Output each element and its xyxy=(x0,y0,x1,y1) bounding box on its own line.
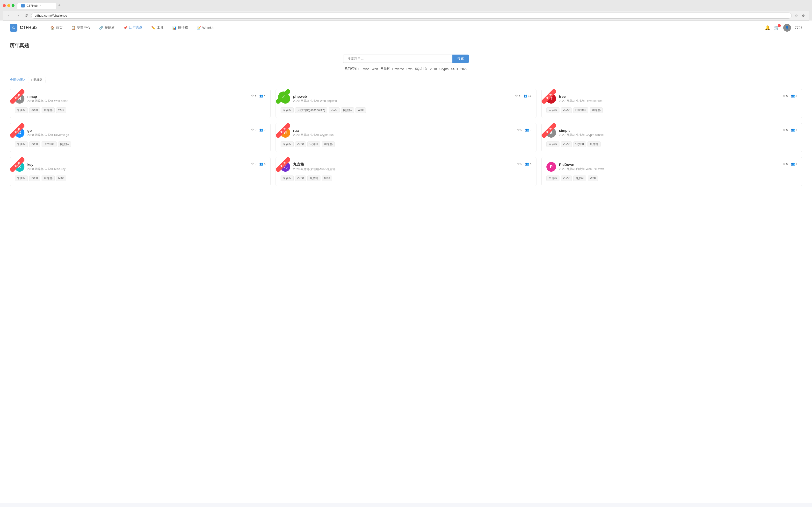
nav-item-skill[interactable]: 🔗 技能树 xyxy=(95,23,119,32)
tag-2020[interactable]: 2020 xyxy=(29,107,40,113)
tag-misc[interactable]: Misc xyxy=(363,67,369,71)
nav-item-tools[interactable]: ✏️ 工具 xyxy=(147,23,167,32)
card-phpweb[interactable]: 新上线 ✓ P phpweb 2020-网鼎杯-朱雀组-Web-phpweb ☆… xyxy=(275,89,537,118)
back-button[interactable]: ← xyxy=(6,12,12,19)
tag-sqli[interactable]: SQL注入 xyxy=(415,67,427,71)
card-jiugongge[interactable]: 新上线 九 九宫格 2020-网鼎杯-朱雀组-Misc-九宫格 ☆ 0 👥 5 xyxy=(275,157,537,186)
tag-crypto-5[interactable]: Crypto xyxy=(307,142,320,147)
tag-web2[interactable]: Web xyxy=(56,107,66,113)
card-subtitle-3: 2020-网鼎杯-朱雀组-Reverse-tree xyxy=(559,99,603,103)
minimize-button[interactable] xyxy=(7,4,10,7)
cart-button[interactable]: 🛒 1 xyxy=(774,25,779,31)
tag-2018[interactable]: 2018 xyxy=(430,67,437,71)
tag-2020-9[interactable]: 2020 xyxy=(561,175,572,181)
nav-item-contest[interactable]: 📋 赛事中心 xyxy=(67,23,94,32)
tag-wangding-6[interactable]: 网鼎杯 xyxy=(588,142,601,147)
nav-item-writeup[interactable]: 📝 WriteUp xyxy=(193,23,218,32)
nav-item-challenges[interactable]: 📌 历年真题 xyxy=(120,23,146,32)
nav-item-ranking[interactable]: 📊 排行榜 xyxy=(168,23,192,32)
nav-label-ranking: 排行榜 xyxy=(178,25,188,30)
add-tag-button[interactable]: + 新标签 xyxy=(28,77,45,83)
stars-3: ☆ 0 xyxy=(783,94,788,98)
close-button[interactable] xyxy=(3,4,6,7)
tag-2020-3[interactable]: 2020 xyxy=(561,107,572,113)
tag-wangding-4[interactable]: 网鼎杯 xyxy=(58,142,71,147)
tag-wangding-5[interactable]: 网鼎杯 xyxy=(322,142,335,147)
address-bar[interactable]: ctfhub.com/#/challenge xyxy=(31,12,792,18)
card-left-9: P PicDown 2020-网鼎杯-白虎组-Web-PicDown xyxy=(546,162,604,172)
bookmark-button[interactable]: ☆ xyxy=(794,13,799,18)
tag-web-2[interactable]: Web xyxy=(355,107,366,113)
card-header-4: G go 2020-网鼎杯-朱雀组-Reverse-go ☆ 0 👥 2 xyxy=(15,128,266,137)
search-input[interactable] xyxy=(343,55,452,63)
tag-crypto-6[interactable]: Crypto xyxy=(573,142,586,147)
tag-wangding-2[interactable]: 网鼎杯 xyxy=(341,107,354,113)
tag-zhaque[interactable]: 朱雀组 xyxy=(15,107,28,113)
card-avatar-9: P xyxy=(546,162,556,172)
all-results-link[interactable]: 全部结果> xyxy=(10,78,25,82)
user-avatar[interactable]: 👤 xyxy=(783,24,791,32)
tag-zhaque-2[interactable]: 朱雀组 xyxy=(281,107,294,113)
tag-zhaque-8[interactable]: 朱雀组 xyxy=(281,175,294,181)
tag-misc-8[interactable]: Misc xyxy=(322,175,332,181)
logo[interactable]: C CTFHub xyxy=(10,24,37,32)
card-simple[interactable]: 新上线 S simple 2020-网鼎杯-朱雀组-Crypto-simple … xyxy=(541,123,802,152)
tag-2020-7[interactable]: 2020 xyxy=(29,175,40,181)
tag-reverse-3[interactable]: Reverse xyxy=(573,107,589,113)
tag-pwn[interactable]: Pwn xyxy=(406,67,412,71)
forward-button[interactable]: → xyxy=(14,12,21,19)
tag-zhaque-3[interactable]: 朱雀组 xyxy=(546,107,559,113)
tag-2020-4[interactable]: 2020 xyxy=(29,142,40,147)
new-tab-button[interactable]: + xyxy=(56,2,63,9)
card-title-2: phpweb xyxy=(293,95,337,99)
tag-ssti[interactable]: SSTI xyxy=(451,67,458,71)
tag-reverse[interactable]: Reverse xyxy=(392,67,404,71)
tag-wangding-7[interactable]: 网鼎杯 xyxy=(42,175,55,181)
card-info-9: PicDown 2020-网鼎杯-白虎组-Web-PicDown xyxy=(559,163,604,171)
extensions-button[interactable]: ⚙ xyxy=(801,13,806,18)
users-4: 👥 2 xyxy=(259,128,266,131)
reload-button[interactable]: ↺ xyxy=(23,12,29,19)
contest-icon: 📋 xyxy=(71,26,75,30)
tag-web[interactable]: Web xyxy=(372,67,378,71)
stars-9: ☆ 0 xyxy=(783,162,788,166)
tag-wangding2[interactable]: 网鼎杯 xyxy=(42,107,55,113)
tag-2020-8[interactable]: 2020 xyxy=(295,175,306,181)
card-subtitle-8: 2020-网鼎杯-朱雀组-Misc-九宫格 xyxy=(293,167,336,171)
tag-misc-7[interactable]: Misc xyxy=(56,175,66,181)
tab-close-button[interactable]: ✕ xyxy=(39,4,42,7)
search-button[interactable]: 搜索 xyxy=(452,55,469,63)
tag-zhaque-7[interactable]: 朱雀组 xyxy=(15,175,28,181)
tag-2022[interactable]: 2022 xyxy=(460,67,467,71)
bell-button[interactable]: 🔔 xyxy=(765,25,770,31)
tag-2020-5[interactable]: 2020 xyxy=(295,142,306,147)
maximize-button[interactable] xyxy=(12,4,14,7)
ribbon-text-4: 新上线 xyxy=(10,123,24,137)
tag-crypto[interactable]: Crypto xyxy=(439,67,449,71)
tag-web-9[interactable]: Web xyxy=(588,175,598,181)
tag-wangding[interactable]: 网鼎杯 xyxy=(380,67,390,71)
card-stats-4: ☆ 0 👥 2 xyxy=(251,128,266,131)
card-nmap[interactable]: 新上线 N nmap 2020-网鼎杯-朱雀组-Web-nmap ☆ 6 👥 4 xyxy=(10,89,271,118)
tag-zhaque-4[interactable]: 朱雀组 xyxy=(15,142,28,147)
card-go[interactable]: 新上线 G go 2020-网鼎杯-朱雀组-Reverse-go ☆ 0 👥 2 xyxy=(10,123,271,152)
browser-tab[interactable]: CTFHub ✕ xyxy=(17,3,56,9)
card-key[interactable]: 新上线 K key 2020-网鼎杯-朱雀组-Misc-key ☆ 0 👥 5 xyxy=(10,157,271,186)
tag-2020-2[interactable]: 2020 xyxy=(329,107,340,113)
tag-zhaque-5[interactable]: 朱雀组 xyxy=(281,142,294,147)
tag-unserialize[interactable]: 反序列化(Unserialize) xyxy=(295,107,327,113)
tag-wangding-3[interactable]: 网鼎杯 xyxy=(590,107,603,113)
nav-item-home[interactable]: 🏠 首页 xyxy=(46,23,66,32)
card-subtitle-6: 2020-网鼎杯-朱雀组-Crypto-simple xyxy=(559,133,604,137)
card-picdown[interactable]: P PicDown 2020-网鼎杯-白虎组-Web-PicDown ☆ 0 👥… xyxy=(541,157,802,186)
tag-zhaque-6[interactable]: 朱雀组 xyxy=(546,142,559,147)
tag-wangding-9[interactable]: 网鼎杯 xyxy=(573,175,586,181)
tag-baihu-9[interactable]: 白虎组 xyxy=(546,175,559,181)
card-tree[interactable]: 新上线 T tree 2020-网鼎杯-朱雀组-Reverse-tree ☆ 0… xyxy=(541,89,802,118)
card-rua[interactable]: 新上线 R rua 2020-网鼎杯-朱雀组-Crypto-rua ☆ 0 👥 … xyxy=(275,123,537,152)
card-info-5: rua 2020-网鼎杯-朱雀组-Crypto-rua xyxy=(293,128,334,137)
ribbon-text-7: 新上线 xyxy=(10,157,24,172)
tag-wangding-8[interactable]: 网鼎杯 xyxy=(307,175,320,181)
tag-2020-6[interactable]: 2020 xyxy=(561,142,572,147)
tag-reverse-4[interactable]: Reverse xyxy=(42,142,57,147)
